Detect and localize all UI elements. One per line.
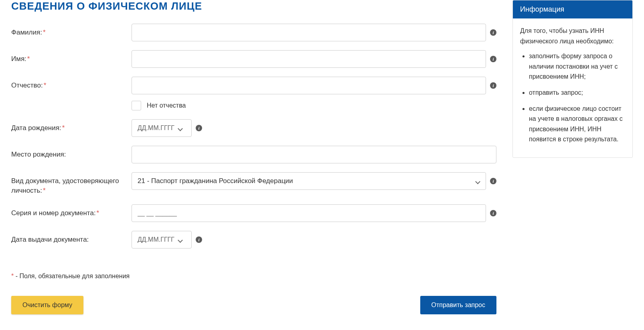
required-star: * xyxy=(43,187,46,194)
name-input[interactable] xyxy=(132,50,486,68)
page-title: СВЕДЕНИЯ О ФИЗИЧЕСКОМ ЛИЦЕ xyxy=(11,0,496,12)
required-star: * xyxy=(44,81,47,89)
info-list-item: заполнить форму запроса о наличии постан… xyxy=(529,51,625,82)
button-row: Очистить форму Отправить запрос xyxy=(11,296,496,314)
required-star: * xyxy=(27,55,30,63)
required-star: * xyxy=(97,209,99,217)
pob-input[interactable] xyxy=(132,146,496,163)
doc-type-value: 21 - Паспорт гражданина Российской Федер… xyxy=(138,177,293,185)
field-doc-date: Дата выдачи документа: ДД.ММ.ГГГГ i xyxy=(11,231,496,249)
no-patronymic-checkbox[interactable] xyxy=(132,101,141,110)
field-patronymic: Отчество:* i xyxy=(11,77,496,94)
info-icon[interactable]: i xyxy=(490,82,496,89)
doc-type-label-text: Вид документа, удостоверяющего личность: xyxy=(11,177,119,194)
field-doc-number: Серия и номер документа:* i xyxy=(11,204,496,222)
doc-date-label-text: Дата выдачи документа: xyxy=(11,236,89,243)
surname-input[interactable] xyxy=(132,24,486,41)
field-dob: Дата рождения:* ДД.ММ.ГГГГ i xyxy=(11,119,496,137)
info-intro: Для того, чтобы узнать ИНН физического л… xyxy=(520,26,625,46)
info-icon[interactable]: i xyxy=(196,125,202,131)
doc-date-datepicker[interactable]: ДД.ММ.ГГГГ xyxy=(132,231,192,249)
info-icon[interactable]: i xyxy=(490,178,496,184)
clear-button[interactable]: Очистить форму xyxy=(11,296,83,314)
required-note: * - Поля, обязательные для заполнения xyxy=(11,273,496,280)
info-icon[interactable]: i xyxy=(490,210,496,216)
patronymic-label: Отчество:* xyxy=(11,77,132,90)
surname-label-text: Фамилия: xyxy=(11,29,42,36)
doc-number-input[interactable] xyxy=(132,204,486,222)
info-icon[interactable]: i xyxy=(490,29,496,36)
dob-placeholder: ДД.ММ.ГГГГ xyxy=(138,124,174,132)
name-label-text: Имя: xyxy=(11,55,26,63)
info-panel-body: Для того, чтобы узнать ИНН физического л… xyxy=(513,18,632,157)
field-doc-type: Вид документа, удостоверяющего личность:… xyxy=(11,172,496,196)
dob-label-text: Дата рождения: xyxy=(11,124,61,132)
required-star: * xyxy=(62,124,65,132)
required-note-text: - Поля, обязательные для заполнения xyxy=(14,273,130,279)
info-list: заполнить форму запроса о наличии постан… xyxy=(520,51,625,145)
patronymic-input[interactable] xyxy=(132,77,486,94)
chevron-down-icon xyxy=(476,179,480,183)
doc-date-label: Дата выдачи документа: xyxy=(11,231,132,244)
doc-date-placeholder: ДД.ММ.ГГГГ xyxy=(138,236,174,243)
no-patronymic-row: Нет отчества xyxy=(132,101,496,110)
field-surname: Фамилия:* i xyxy=(11,24,496,41)
pob-label-text: Место рождения: xyxy=(11,151,66,158)
dob-datepicker[interactable]: ДД.ММ.ГГГГ xyxy=(132,119,192,137)
name-label: Имя:* xyxy=(11,50,132,64)
submit-button[interactable]: Отправить запрос xyxy=(420,296,496,314)
chevron-down-icon xyxy=(178,126,182,130)
doc-type-label: Вид документа, удостоверяющего личность:… xyxy=(11,172,132,196)
field-name: Имя:* i xyxy=(11,50,496,68)
pob-label: Место рождения: xyxy=(11,146,132,159)
surname-label: Фамилия:* xyxy=(11,24,132,37)
doc-number-label: Серия и номер документа:* xyxy=(11,204,132,218)
required-star: * xyxy=(43,29,46,36)
info-panel-title: Информация xyxy=(513,0,632,18)
doc-number-label-text: Серия и номер документа: xyxy=(11,209,96,217)
info-icon[interactable]: i xyxy=(490,56,496,62)
patronymic-label-text: Отчество: xyxy=(11,81,43,89)
dob-label: Дата рождения:* xyxy=(11,119,132,133)
info-panel: Информация Для того, чтобы узнать ИНН фи… xyxy=(512,0,633,158)
doc-type-select[interactable]: 21 - Паспорт гражданина Российской Федер… xyxy=(132,172,486,190)
no-patronymic-label: Нет отчества xyxy=(147,102,186,109)
info-icon[interactable]: i xyxy=(196,236,202,243)
chevron-down-icon xyxy=(178,238,182,242)
info-list-item: если физическое лицо состоит на учете в … xyxy=(529,104,625,145)
info-list-item: отправить запрос; xyxy=(529,88,625,98)
field-pob: Место рождения: xyxy=(11,146,496,163)
